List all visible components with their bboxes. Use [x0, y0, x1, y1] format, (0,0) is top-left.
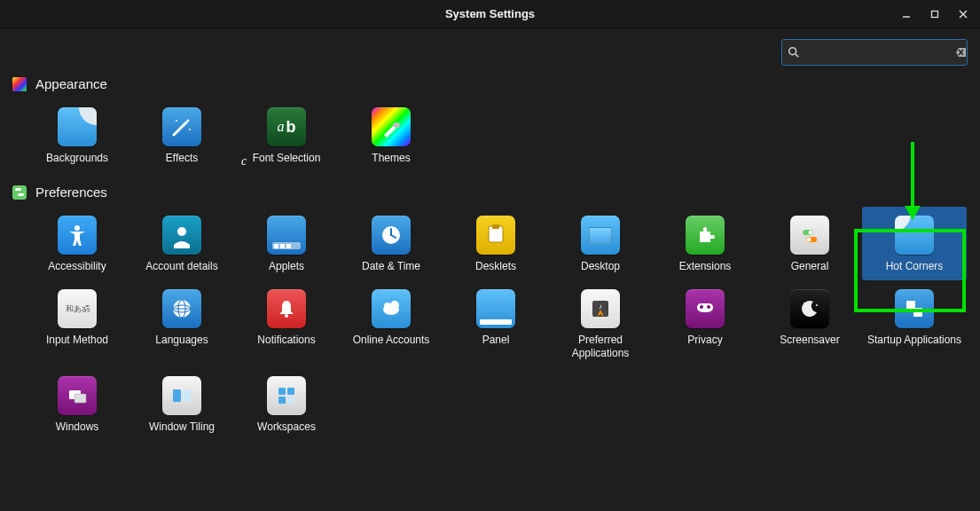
- svg-rect-46: [287, 388, 294, 395]
- svg-rect-47: [278, 397, 286, 404]
- svg-rect-48: [287, 397, 294, 404]
- settings-item-effects[interactable]: Effects: [129, 98, 234, 172]
- close-button[interactable]: [950, 2, 976, 27]
- privacy-icon: [686, 289, 725, 328]
- settings-item-screensaver[interactable]: Screensaver: [757, 280, 862, 367]
- item-label: Preferred Applications: [552, 334, 649, 360]
- item-label: Windows: [56, 421, 99, 434]
- svg-point-36: [707, 305, 710, 309]
- titlebar: System Settings: [0, 0, 980, 28]
- general-icon: [790, 216, 829, 255]
- item-label: General: [791, 260, 829, 273]
- settings-item-backgrounds[interactable]: Backgrounds: [25, 98, 129, 172]
- settings-item-desklets[interactable]: Desklets: [443, 207, 548, 280]
- settings-item-account-details[interactable]: Account details: [129, 207, 234, 280]
- languages-icon: [162, 289, 201, 328]
- svg-point-38: [816, 304, 818, 306]
- minimize-button[interactable]: [893, 2, 920, 27]
- settings-item-font-selection[interactable]: ab c Font Selection: [234, 98, 339, 172]
- item-label: Accessibility: [48, 260, 106, 273]
- svg-point-23: [807, 238, 811, 242]
- svg-point-21: [809, 231, 813, 235]
- maximize-button[interactable]: [921, 2, 948, 27]
- svg-point-4: [789, 48, 796, 55]
- themes-icon: [372, 107, 411, 146]
- settings-item-general[interactable]: General: [757, 207, 862, 280]
- search-box[interactable]: [781, 39, 968, 66]
- desktop-icon: [581, 216, 620, 255]
- svg-rect-19: [492, 224, 499, 229]
- item-label: Extensions: [679, 260, 732, 273]
- svg-rect-1: [932, 12, 938, 18]
- settings-item-window-tiling[interactable]: Window Tiling: [129, 367, 234, 441]
- appearance-items: Backgrounds Effects ab c Font Selection: [12, 98, 968, 172]
- svg-point-13: [74, 225, 80, 231]
- item-label: Panel: [482, 334, 510, 347]
- settings-item-privacy[interactable]: Privacy: [653, 280, 757, 367]
- item-label: Effects: [166, 152, 198, 165]
- backgrounds-icon: [58, 107, 97, 146]
- settings-item-desktop[interactable]: Desktop: [548, 207, 653, 280]
- account-details-icon: [162, 216, 201, 255]
- settings-item-input-method[interactable]: 和あॐ Input Method: [25, 280, 129, 367]
- svg-line-8: [174, 122, 186, 135]
- item-label: Notifications: [257, 334, 315, 347]
- item-label: Window Tiling: [149, 421, 215, 434]
- extensions-icon: [686, 216, 725, 255]
- appearance-category-icon: [12, 77, 27, 91]
- settings-item-accessibility[interactable]: Accessibility: [25, 207, 129, 280]
- settings-item-languages[interactable]: Languages: [129, 280, 234, 367]
- font-selection-icon: ab c: [267, 107, 306, 146]
- applets-icon: [267, 216, 306, 255]
- search-icon: [788, 46, 800, 59]
- hot-corners-icon: [895, 216, 934, 255]
- svg-rect-40: [913, 308, 922, 317]
- window-tiling-icon: [162, 376, 201, 415]
- input-method-icon: 和あॐ: [58, 289, 97, 328]
- item-label: Font Selection: [253, 152, 321, 165]
- startup-applications-icon: [895, 289, 934, 328]
- workspaces-icon: [267, 376, 306, 415]
- item-label: Account details: [145, 260, 217, 273]
- settings-item-panel[interactable]: Panel: [443, 280, 548, 367]
- settings-item-extensions[interactable]: Extensions: [653, 207, 757, 280]
- svg-rect-44: [183, 389, 191, 402]
- settings-item-workspaces[interactable]: Workspaces: [234, 367, 339, 441]
- svg-rect-45: [278, 388, 286, 395]
- svg-line-5: [796, 54, 799, 58]
- item-label: Themes: [372, 152, 410, 165]
- category-appearance: Appearance Backgrounds Effects ab: [0, 76, 980, 179]
- settings-item-hot-corners[interactable]: Hot Corners: [862, 207, 967, 280]
- item-label: Workspaces: [257, 421, 316, 434]
- settings-item-preferred-applications[interactable]: ♪ Preferred Applications: [548, 280, 653, 367]
- settings-item-startup-applications[interactable]: Startup Applications: [862, 280, 967, 367]
- settings-item-date-time[interactable]: Date & Time: [339, 207, 443, 280]
- svg-point-11: [189, 129, 191, 130]
- settings-item-notifications[interactable]: Notifications: [234, 280, 339, 367]
- svg-rect-42: [74, 394, 86, 403]
- svg-point-31: [390, 301, 399, 310]
- item-label: Date & Time: [362, 260, 420, 273]
- window-title: System Settings: [445, 7, 535, 20]
- settings-item-windows[interactable]: Windows: [25, 367, 129, 441]
- settings-item-online-accounts[interactable]: Online Accounts: [339, 280, 443, 367]
- item-label: Privacy: [687, 334, 722, 347]
- svg-point-30: [384, 303, 391, 310]
- preferences-category-icon: [12, 185, 27, 200]
- svg-point-28: [285, 314, 288, 318]
- search-input[interactable]: [805, 46, 954, 59]
- settings-item-applets[interactable]: Applets: [234, 207, 339, 280]
- svg-point-14: [177, 227, 186, 236]
- settings-item-themes[interactable]: Themes: [339, 98, 443, 172]
- svg-point-12: [393, 122, 400, 128]
- preferred-applications-icon: ♪: [581, 289, 620, 328]
- category-title: Appearance: [35, 76, 107, 91]
- svg-rect-43: [173, 389, 181, 402]
- item-label: Languages: [155, 334, 208, 347]
- screensaver-icon: [790, 289, 829, 328]
- item-label: Backgrounds: [46, 152, 108, 165]
- svg-point-9: [187, 120, 190, 122]
- clear-search-icon[interactable]: [954, 45, 968, 59]
- category-header-appearance: Appearance: [12, 76, 968, 91]
- item-label: Screensaver: [780, 334, 839, 347]
